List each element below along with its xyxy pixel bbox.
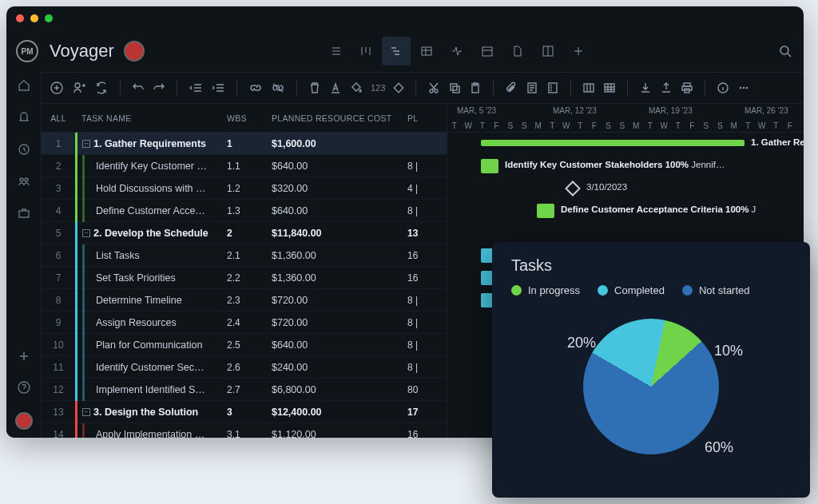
col-header-all[interactable]: ALL <box>42 113 75 123</box>
time-icon[interactable] <box>17 142 31 157</box>
task-grid: ALL TASK NAME WBS PLANNED RESOURCE COST … <box>42 104 447 438</box>
app-logo-icon[interactable]: PM <box>16 40 38 62</box>
board-view-icon[interactable] <box>351 37 380 65</box>
import-icon[interactable] <box>639 81 652 94</box>
svg-rect-15 <box>453 86 459 93</box>
sync-icon[interactable] <box>94 81 109 95</box>
col-header-wbs[interactable]: WBS <box>227 113 272 123</box>
activity-view-icon[interactable] <box>443 37 471 65</box>
sheet-view-icon[interactable] <box>412 37 441 65</box>
assign-icon[interactable] <box>72 81 86 95</box>
notes-icon[interactable] <box>526 81 538 94</box>
milestone-icon[interactable] <box>565 181 581 196</box>
info-icon[interactable] <box>717 81 729 94</box>
pct-label-60: 60% <box>705 439 733 456</box>
task-row[interactable]: 3 Hold Discussions with … 1.2$320.004 | <box>42 177 447 200</box>
popup-title: Tasks <box>511 256 791 275</box>
grid-header: ALL TASK NAME WBS PLANNED RESOURCE COST … <box>42 104 447 133</box>
undo-icon[interactable] <box>132 81 145 94</box>
col-header-name[interactable]: TASK NAME <box>75 113 227 123</box>
milestone-icon[interactable] <box>393 82 404 93</box>
toolbar: 123 <box>42 72 804 104</box>
add-task-button[interactable] <box>50 81 64 95</box>
fill-color-icon[interactable] <box>350 81 363 94</box>
task-row[interactable]: 14 Apply Implementation … 3.1$1,120.0016 <box>42 423 447 438</box>
close-window-icon[interactable] <box>16 14 24 22</box>
form-icon[interactable] <box>546 81 559 94</box>
chart-legend: In progressCompletedNot started <box>511 284 791 296</box>
print-icon[interactable] <box>681 81 693 94</box>
notifications-icon[interactable] <box>17 110 31 125</box>
month-label: MAR, 19 '23 <box>649 106 693 115</box>
task-row[interactable]: 11 Identify Customer Sec… 2.6$240.008 | <box>42 356 447 379</box>
team-icon[interactable] <box>17 174 31 189</box>
gantt-task-bar[interactable] <box>537 204 554 218</box>
link-icon[interactable] <box>248 81 263 94</box>
delete-icon[interactable] <box>308 81 321 94</box>
add-icon[interactable] <box>18 350 30 363</box>
task-row[interactable]: 4 Define Customer Acce… 1.3$640.008 | <box>42 200 447 222</box>
home-icon[interactable] <box>17 78 31 93</box>
indent-icon[interactable] <box>211 81 225 94</box>
svg-rect-1 <box>482 47 492 56</box>
columns-icon[interactable] <box>582 81 595 94</box>
gantt-view-icon[interactable] <box>382 37 411 65</box>
legend-item: In progress <box>511 284 580 296</box>
attachment-icon[interactable] <box>505 81 518 94</box>
task-row[interactable]: 5 − 2. Develop the Schedule 2$11,840.001… <box>42 222 447 244</box>
list-view-icon[interactable] <box>321 37 350 65</box>
task-row[interactable]: 9 Assign Resources 2.4$720.008 | <box>42 312 447 334</box>
svg-rect-11 <box>395 83 403 92</box>
svg-rect-19 <box>549 83 557 93</box>
redo-icon[interactable] <box>153 81 165 94</box>
collapse-icon[interactable]: − <box>82 140 90 148</box>
user-avatar-icon[interactable] <box>15 412 33 430</box>
task-row[interactable]: 1 − 1. Gather Requirements 1$1,600.00 <box>42 133 447 155</box>
tasks-popup[interactable]: Tasks In progressCompletedNot started 20… <box>492 242 810 498</box>
task-row[interactable]: 12 Implement Identified S… 2.7$6,800.008… <box>42 379 447 401</box>
task-row[interactable]: 13 − 3. Design the Solution 3$12,400.001… <box>42 401 447 423</box>
task-row[interactable]: 6 List Tasks 2.1$1,360.0016 <box>42 244 447 267</box>
calendar-view-icon[interactable] <box>473 37 502 65</box>
gantt-task-bar[interactable] <box>481 159 498 173</box>
svg-point-6 <box>25 178 28 181</box>
svg-point-3 <box>780 46 788 54</box>
export-icon[interactable] <box>660 81 673 94</box>
add-view-icon[interactable] <box>564 37 593 65</box>
help-icon[interactable] <box>17 380 31 395</box>
collapse-icon[interactable]: − <box>82 408 90 416</box>
svg-point-5 <box>20 178 23 181</box>
pie-chart: 20% 10% 60% <box>511 303 791 470</box>
minimize-window-icon[interactable] <box>30 14 38 22</box>
gantt-label: 1. Gather Requirements 100% <box>751 137 804 147</box>
task-row[interactable]: 8 Determine Timeline 2.3$720.008 | <box>42 289 447 312</box>
svg-rect-20 <box>584 84 594 92</box>
view-switcher <box>321 37 593 65</box>
text-color-icon[interactable] <box>329 81 342 94</box>
svg-point-12 <box>430 89 433 93</box>
gantt-summary-bar[interactable] <box>481 140 745 146</box>
legend-item: Completed <box>598 284 665 296</box>
svg-point-28 <box>746 87 749 89</box>
unlink-icon[interactable] <box>271 81 285 94</box>
table-icon[interactable] <box>603 81 616 94</box>
task-row[interactable]: 7 Set Task Priorities 2.2$1,360.0016 <box>42 267 447 289</box>
paste-icon[interactable] <box>469 81 482 94</box>
project-avatar-icon[interactable] <box>124 41 145 62</box>
copy-icon[interactable] <box>448 81 461 94</box>
search-icon[interactable] <box>778 44 792 58</box>
task-row[interactable]: 10 Plan for Communication 2.5$640.008 | <box>42 334 447 356</box>
panel-view-icon[interactable] <box>534 37 562 65</box>
collapse-icon[interactable]: − <box>82 229 90 237</box>
col-header-cost[interactable]: PLANNED RESOURCE COST <box>272 113 407 123</box>
project-name[interactable]: Voyager <box>50 41 114 62</box>
task-row[interactable]: 2 Identify Key Customer … 1.1$640.008 | <box>42 155 447 177</box>
maximize-window-icon[interactable] <box>45 14 53 22</box>
svg-rect-21 <box>605 84 614 92</box>
outdent-icon[interactable] <box>189 81 203 94</box>
col-header-pl[interactable]: PL <box>407 113 439 123</box>
cut-icon[interactable] <box>427 81 440 94</box>
more-icon[interactable] <box>737 81 750 94</box>
files-view-icon[interactable] <box>503 37 532 65</box>
portfolio-icon[interactable] <box>17 206 31 220</box>
